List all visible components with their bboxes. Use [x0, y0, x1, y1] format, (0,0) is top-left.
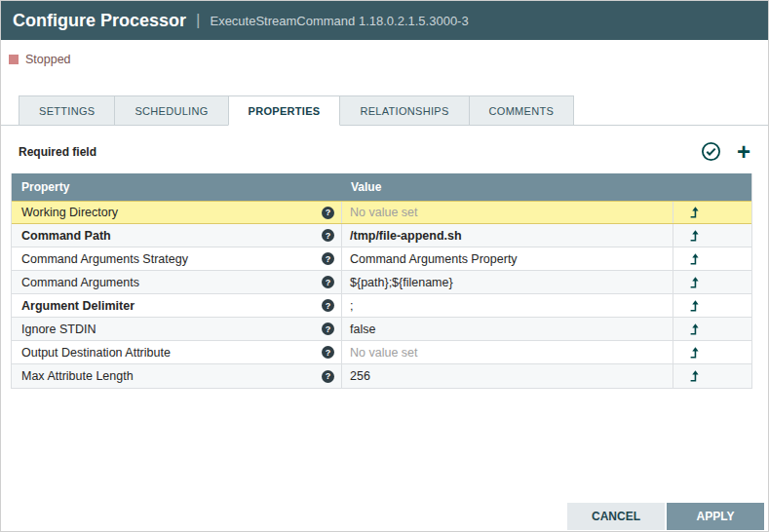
question-circle-icon[interactable]: ? [322, 276, 334, 288]
dialog-footer: CANCEL APPLY [567, 503, 764, 530]
toolbar-icons: + [701, 141, 750, 162]
property-actions-cell [673, 224, 751, 247]
tab-label: RELATIONSHIPS [360, 105, 448, 117]
property-name: Working Directory [21, 206, 118, 219]
level-up-arrow-icon[interactable] [688, 252, 702, 266]
property-name-cell: Working Directory ? [12, 202, 341, 223]
property-value-cell[interactable]: false [341, 318, 673, 340]
property-value: 256 [350, 369, 370, 383]
table-row[interactable]: Output Destination Attribute ? No value … [12, 341, 751, 364]
level-up-arrow-icon[interactable] [688, 346, 702, 360]
tab-relationships[interactable]: RELATIONSHIPS [339, 95, 469, 126]
property-name-cell: Argument Delimiter ? [12, 294, 341, 317]
property-name-cell: Command Path ? [12, 224, 341, 247]
property-value-cell[interactable]: No value set [341, 341, 673, 363]
level-up-arrow-icon[interactable] [688, 229, 702, 243]
property-value-cell[interactable]: 256 [341, 364, 673, 388]
property-name: Argument Delimiter [21, 299, 135, 313]
cancel-button[interactable]: CANCEL [567, 503, 665, 530]
column-header-value: Value [341, 173, 673, 201]
question-circle-icon[interactable]: ? [322, 346, 334, 359]
property-value-cell[interactable]: Command Arguments Property [341, 247, 673, 270]
level-up-arrow-icon[interactable] [688, 206, 702, 219]
table-row[interactable]: Argument Delimiter ? ; [12, 294, 751, 318]
property-value-cell[interactable]: ; [341, 294, 673, 317]
table-row[interactable]: Working Directory ? No value set [12, 201, 751, 224]
property-name: Max Attribute Length [21, 369, 134, 383]
property-name-cell: Output Destination Attribute ? [12, 341, 341, 363]
property-value: ${path};${filename} [350, 276, 453, 289]
apply-button[interactable]: APPLY [667, 503, 764, 530]
property-name: Command Arguments Strategy [21, 252, 188, 266]
property-actions-cell [673, 341, 751, 363]
add-property-icon[interactable]: + [737, 142, 750, 162]
tab-label: SETTINGS [39, 105, 95, 117]
question-circle-icon[interactable]: ? [322, 323, 334, 335]
property-value: ; [350, 299, 353, 313]
table-row[interactable]: Max Attribute Length ? 256 [12, 364, 751, 388]
tab-properties[interactable]: PROPERTIES [228, 95, 341, 126]
verify-properties-icon[interactable] [701, 141, 721, 162]
table-row[interactable]: Command Arguments Strategy ? Command Arg… [12, 247, 751, 271]
tab-label: COMMENTS [489, 105, 555, 117]
question-circle-icon[interactable]: ? [322, 370, 334, 383]
column-header-property: Property [12, 173, 341, 201]
table-row[interactable]: Command Arguments ? ${path};${filename} [12, 271, 751, 294]
tab-settings[interactable]: SETTINGS [19, 95, 115, 126]
level-up-arrow-icon[interactable] [688, 299, 702, 313]
property-name-cell: Max Attribute Length ? [12, 364, 341, 388]
processor-status-bar: Stopped [1, 40, 768, 74]
property-actions-cell [673, 247, 751, 270]
column-header-actions [673, 173, 751, 201]
processor-status-label: Stopped [25, 53, 71, 66]
property-value-cell[interactable]: /tmp/file-append.sh [341, 224, 673, 247]
property-name-cell: Command Arguments ? [12, 271, 341, 293]
property-value: Command Arguments Property [350, 252, 518, 266]
dialog-header: Configure Processor | ExecuteStreamComma… [1, 1, 768, 40]
property-name-cell: Command Arguments Strategy ? [12, 247, 341, 270]
level-up-arrow-icon[interactable] [688, 323, 702, 336]
property-name: Command Path [21, 229, 111, 243]
property-actions-cell [673, 364, 751, 388]
property-name: Command Arguments [21, 276, 139, 289]
property-value-cell[interactable]: No value set [341, 202, 673, 223]
tab-scheduling[interactable]: SCHEDULING [114, 95, 228, 126]
property-actions-cell [673, 318, 751, 340]
properties-table: Property Value Working Directory ? No va… [11, 173, 752, 389]
property-value: /tmp/file-append.sh [350, 229, 462, 243]
question-circle-icon[interactable]: ? [322, 252, 334, 265]
property-value: No value set [350, 346, 417, 360]
processor-type-version: ExecuteStreamCommand 1.18.0.2.1.5.3000-3 [210, 14, 468, 28]
tab-bar: SETTINGS SCHEDULING PROPERTIES RELATIONS… [1, 95, 768, 126]
configure-processor-dialog: Configure Processor | ExecuteStreamComma… [0, 0, 769, 532]
property-name: Ignore STDIN [21, 323, 96, 336]
property-value: false [350, 323, 375, 336]
tab-comments[interactable]: COMMENTS [469, 95, 575, 126]
level-up-arrow-icon[interactable] [688, 276, 702, 289]
property-name: Output Destination Attribute [21, 346, 171, 360]
question-circle-icon[interactable]: ? [322, 229, 334, 242]
table-body: Working Directory ? No value set Command… [12, 201, 751, 388]
table-row[interactable]: Ignore STDIN ? false [12, 318, 751, 341]
stop-square-icon [9, 55, 19, 64]
question-circle-icon[interactable]: ? [322, 299, 334, 312]
tab-label: SCHEDULING [135, 105, 208, 117]
required-field-label: Required field [19, 145, 96, 159]
property-actions-cell [673, 271, 751, 293]
table-row[interactable]: Command Path ? /tmp/file-append.sh [12, 224, 751, 247]
question-circle-icon[interactable]: ? [322, 207, 334, 219]
dialog-title: Configure Processor [13, 11, 186, 31]
property-value-cell[interactable]: ${path};${filename} [341, 271, 673, 293]
property-actions-cell [673, 294, 751, 317]
property-value: No value set [350, 206, 417, 219]
property-name-cell: Ignore STDIN ? [12, 318, 341, 340]
property-actions-cell [673, 202, 751, 223]
title-separator: | [196, 11, 200, 30]
properties-toolbar: Required field + [1, 126, 768, 173]
level-up-arrow-icon[interactable] [688, 369, 702, 383]
table-header: Property Value [12, 173, 751, 201]
tab-label: PROPERTIES [249, 105, 321, 117]
